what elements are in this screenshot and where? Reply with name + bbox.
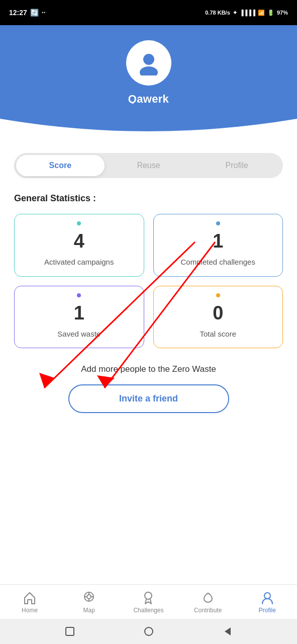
invite-text: Add more people to the Zero Waste <box>81 363 216 375</box>
android-nav <box>0 619 297 644</box>
android-recents-icon <box>65 626 75 636</box>
stat-indicator-green <box>77 221 81 225</box>
profile-header: Qawerk <box>0 25 297 138</box>
invite-section: Add more people to the Zero Waste Invite… <box>14 363 283 413</box>
android-back-icon <box>223 626 233 636</box>
svg-marker-16 <box>225 627 231 635</box>
stat-value-saved: 1 <box>74 302 84 324</box>
tab-reuse[interactable]: Reuse <box>105 155 193 176</box>
stat-card-completed-challenges: 1 Completed challenges <box>153 214 283 277</box>
stat-value-activated: 4 <box>74 230 84 252</box>
status-right: 0.78 KB/s ✦ ▐▐▐▐ 📶 🔋 97% <box>205 10 288 16</box>
svg-point-12 <box>145 592 152 599</box>
header-wave <box>0 104 297 139</box>
nav-item-map[interactable]: Map <box>69 591 109 614</box>
data-speed: 0.78 KB/s <box>205 10 230 16</box>
stat-indicator-orange <box>216 293 220 297</box>
contribute-icon <box>201 591 215 605</box>
stats-grid-row2: 1 Saved waste 0 Total score <box>14 286 283 349</box>
battery-level: 97% <box>277 10 288 16</box>
nav-label-profile: Profile <box>259 607 276 614</box>
stat-label-saved: Saved waste <box>57 329 101 339</box>
stat-value-completed: 1 <box>213 230 223 252</box>
avatar <box>126 40 171 86</box>
section-title: General Statistics : <box>14 193 283 204</box>
segment-tabs: Score Reuse Profile <box>14 153 283 178</box>
nav-item-contribute[interactable]: Contribute <box>188 591 228 614</box>
tab-score[interactable]: Score <box>16 155 105 176</box>
bluetooth-icon: ✦ <box>233 10 237 16</box>
time: 12:27 <box>9 9 27 17</box>
nav-label-challenges: Challenges <box>133 607 163 614</box>
tab-profile[interactable]: Profile <box>192 155 281 176</box>
android-back-button[interactable] <box>222 625 234 637</box>
svg-point-0 <box>143 54 154 65</box>
home-icon <box>23 591 37 605</box>
nav-item-challenges[interactable]: Challenges <box>128 591 168 614</box>
stat-card-activated-campaigns: 4 Activated campaigns <box>14 214 144 277</box>
battery-icon: 🔋 <box>267 10 274 16</box>
status-left: 12:27 🔄 ·· <box>9 9 46 17</box>
stat-label-total: Total score <box>200 329 236 339</box>
bottom-nav: Home Map Challenges Contribute <box>0 584 297 619</box>
svg-point-13 <box>264 593 270 599</box>
signal-icon: ▐▐▐▐ <box>240 10 255 16</box>
map-icon <box>82 591 96 605</box>
stats-grid-row1: 4 Activated campaigns 1 Completed challe… <box>14 214 283 277</box>
nav-item-home[interactable]: Home <box>10 591 50 614</box>
svg-point-7 <box>87 595 91 599</box>
nav-label-map: Map <box>83 607 95 614</box>
stat-value-total: 0 <box>213 302 223 324</box>
avatar-icon <box>136 50 161 75</box>
profile-icon <box>260 591 274 605</box>
android-square-button[interactable] <box>64 625 76 637</box>
challenges-icon <box>141 591 155 605</box>
status-dot: 🔄 <box>30 9 39 17</box>
stat-label-activated: Activated campaigns <box>44 257 114 267</box>
android-home-button[interactable] <box>143 625 155 637</box>
stat-indicator-purple <box>77 293 81 297</box>
invite-friend-button[interactable]: Invite a friend <box>68 384 229 413</box>
stat-label-completed: Completed challenges <box>181 257 255 267</box>
stat-card-total-score: 0 Total score <box>153 286 283 349</box>
svg-point-1 <box>140 66 158 75</box>
nav-item-profile[interactable]: Profile <box>247 591 287 614</box>
stat-card-saved-waste: 1 Saved waste <box>14 286 144 349</box>
main-content: Score Reuse Profile General Statistics :… <box>0 138 297 591</box>
wifi-icon: 📶 <box>258 10 265 16</box>
stat-indicator-blue <box>216 221 220 225</box>
svg-point-15 <box>145 627 153 635</box>
status-bar: 12:27 🔄 ·· 0.78 KB/s ✦ ▐▐▐▐ 📶 🔋 97% <box>0 0 297 25</box>
nav-label-home: Home <box>22 607 38 614</box>
nav-label-contribute: Contribute <box>194 607 222 614</box>
android-home-icon <box>144 626 154 636</box>
status-dots: ·· <box>42 9 46 17</box>
svg-rect-14 <box>66 627 74 635</box>
